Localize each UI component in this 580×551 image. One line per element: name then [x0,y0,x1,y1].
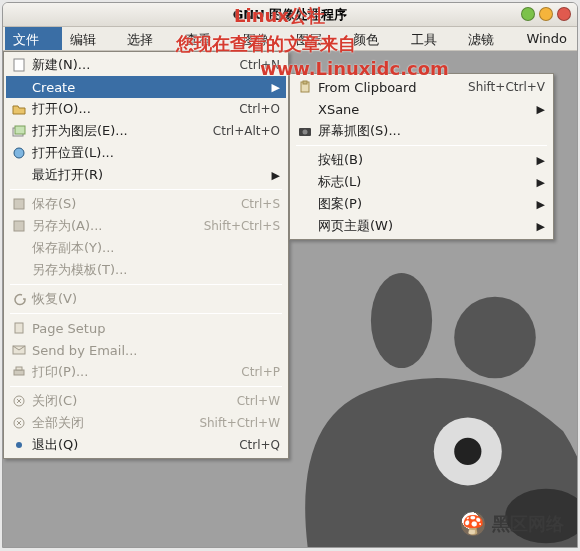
menu-item-open-location[interactable]: 打开位置(L)... [6,142,286,164]
submenu-buttons[interactable]: 按钮(B) ▶ [292,149,551,171]
revert-icon [10,292,28,306]
window-title: GNU 图像处理程序 [233,6,348,24]
close-all-accel: Shift+Ctrl+W [199,416,280,430]
separator [10,284,282,285]
save-as-icon [10,219,28,233]
menu-item-send-email: Send by Email... [6,339,286,361]
open-accel: Ctrl+O [239,102,280,116]
menu-item-create[interactable]: Create ▶ [6,76,286,98]
menu-item-revert: 恢复(V) [6,288,286,310]
menu-item-print: 打印(P)... Ctrl+P [6,361,286,383]
from-clipboard-label: From Clipboard [314,80,458,95]
close-label: 关闭(C) [28,392,227,410]
submenu-screenshot[interactable]: 屏幕抓图(S)... [292,120,551,142]
svg-rect-13 [14,370,24,375]
close-all-label: 全部关闭 [28,414,189,432]
submenu-xsane[interactable]: XSane ▶ [292,98,551,120]
buttons-label: 按钮(B) [314,151,531,169]
menu-layer[interactable]: 图层(L) [288,27,345,50]
recent-label: 最近打开(R) [28,166,266,184]
menu-item-quit[interactable]: 退出(Q) Ctrl+Q [6,434,286,456]
separator [296,145,547,146]
menu-tools[interactable]: 工具(T) [403,27,460,50]
close-accel: Ctrl+W [237,394,280,408]
menu-item-recent[interactable]: 最近打开(R) ▶ [6,164,286,186]
separator [10,313,282,314]
open-label: 打开(O)... [28,100,229,118]
menu-item-new[interactable]: 新建(N)... Ctrl+N [6,54,286,76]
separator [10,189,282,190]
save-as-label: 另存为(A)... [28,217,194,235]
menu-select[interactable]: 选择(S) [119,27,176,50]
submenu-arrow-icon: ▶ [537,176,545,189]
print-label: 打印(P)... [28,363,231,381]
svg-point-1 [371,273,432,368]
close-all-icon [10,417,28,429]
menu-file[interactable]: 文件(F) [5,27,62,50]
separator [10,386,282,387]
svg-rect-7 [15,126,25,134]
from-clipboard-accel: Shift+Ctrl+V [468,80,545,94]
menu-view[interactable]: 查看(V) [177,27,235,50]
quit-icon [10,442,28,448]
submenu-arrow-icon: ▶ [537,220,545,233]
new-file-icon [10,58,28,72]
menu-image[interactable]: 图像(I) [235,27,288,50]
quit-label: 退出(Q) [28,436,229,454]
menu-item-save-template: 另存为模板(T)... [6,259,286,281]
web-themes-label: 网页主题(W) [314,217,531,235]
window-controls [521,7,571,21]
menu-item-open-as-layer[interactable]: 打开为图层(E)... Ctrl+Alt+O [6,120,286,142]
menubar: 文件(F) 编辑(E) 选择(S) 查看(V) 图像(I) 图层(L) 颜色(C… [3,27,577,51]
svg-rect-14 [16,367,22,370]
email-icon [10,344,28,356]
quit-accel: Ctrl+Q [239,438,280,452]
watermark-text: 黑区网络 [492,512,564,536]
svg-point-8 [14,148,24,158]
menu-windows[interactable]: Windo [518,27,575,50]
site-watermark: 🍄 黑区网络 [460,511,564,537]
open-location-label: 打开位置(L)... [28,144,280,162]
svg-rect-11 [15,323,23,333]
submenu-logos[interactable]: 标志(L) ▶ [292,171,551,193]
gimp-window: GNU 图像处理程序 文件(F) 编辑(E) 选择(S) 查看(V) 图像(I)… [2,2,578,548]
submenu-patterns[interactable]: 图案(P) ▶ [292,193,551,215]
create-submenu: From Clipboard Shift+Ctrl+V XSane ▶ 屏幕抓图… [289,73,554,240]
save-as-accel: Shift+Ctrl+S [204,219,280,233]
submenu-arrow-icon: ▶ [272,81,280,94]
maximize-button[interactable] [539,7,553,21]
svg-point-0 [454,297,536,379]
submenu-arrow-icon: ▶ [537,103,545,116]
minimize-button[interactable] [521,7,535,21]
submenu-web-themes[interactable]: 网页主题(W) ▶ [292,215,551,237]
screenshot-label: 屏幕抓图(S)... [314,122,545,140]
menu-colors[interactable]: 颜色(C) [345,27,403,50]
submenu-from-clipboard[interactable]: From Clipboard Shift+Ctrl+V [292,76,551,98]
menu-item-save-copy: 保存副本(Y)... [6,237,286,259]
mushroom-icon: 🍄 [460,511,486,537]
svg-point-3 [454,438,481,465]
titlebar[interactable]: GNU 图像处理程序 [3,3,577,27]
new-label: 新建(N)... [28,56,230,74]
wilber-logo [257,227,577,547]
menu-item-open[interactable]: 打开(O)... Ctrl+O [6,98,286,120]
globe-icon [10,146,28,160]
save-label: 保存(S) [28,195,231,213]
folder-open-icon [10,103,28,115]
svg-rect-18 [303,81,307,84]
svg-rect-10 [14,221,24,231]
file-menu-dropdown: 新建(N)... Ctrl+N Create ▶ 打开(O)... Ctrl+O… [3,51,289,459]
svg-rect-9 [14,199,24,209]
menu-item-close: 关闭(C) Ctrl+W [6,390,286,412]
print-accel: Ctrl+P [241,365,280,379]
revert-label: 恢复(V) [28,290,280,308]
page-setup-icon [10,321,28,335]
submenu-arrow-icon: ▶ [272,169,280,182]
menu-filters[interactable]: 滤镜(R) [460,27,518,50]
close-window-button[interactable] [557,7,571,21]
menu-edit[interactable]: 编辑(E) [62,27,119,50]
new-accel: Ctrl+N [240,58,280,72]
open-as-layer-accel: Ctrl+Alt+O [213,124,280,138]
camera-icon [296,125,314,137]
print-icon [10,365,28,379]
